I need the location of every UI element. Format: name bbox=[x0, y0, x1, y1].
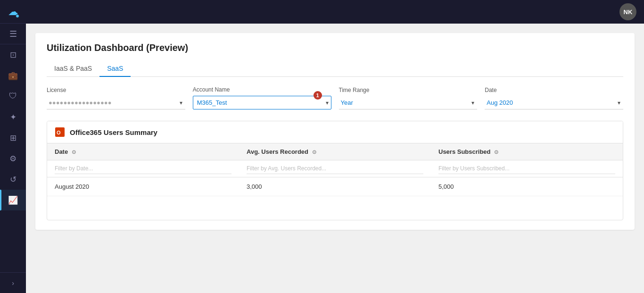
tab-saas[interactable]: SaaS bbox=[99, 61, 131, 77]
date-filter-group: Date Aug 2020 bbox=[485, 87, 623, 109]
sidebar-item-history[interactable]: ↺ bbox=[0, 169, 26, 190]
license-select-wrapper: ●●●●●●●●●●●●●●●●● bbox=[47, 96, 185, 109]
table-header-row: Date ⊙ Avg. Users Recorded ⊙ Users Subsc… bbox=[47, 143, 623, 160]
time-range-filter-group: Time Range Year bbox=[339, 87, 478, 109]
users-subscribed-filter-input[interactable] bbox=[438, 163, 615, 174]
menu-toggle-icon[interactable]: ☰ bbox=[0, 24, 26, 44]
main-card: Utilization Dashboard (Preview) IaaS & P… bbox=[35, 33, 635, 230]
filters-row: License ●●●●●●●●●●●●●●●●● Account Name bbox=[47, 86, 623, 109]
date-filter-input[interactable] bbox=[55, 163, 231, 174]
row-users-subscribed: 5,000 bbox=[431, 177, 623, 196]
sidebar-item-dashboard[interactable]: ⊡ bbox=[0, 44, 26, 65]
dashboard-icon: ⊡ bbox=[10, 50, 17, 60]
account-name-badge: 1 bbox=[314, 91, 322, 100]
shield-icon: 🛡 bbox=[9, 92, 17, 101]
date-select[interactable]: Aug 2020 bbox=[485, 96, 623, 109]
license-select[interactable]: ●●●●●●●●●●●●●●●●● bbox=[47, 96, 185, 109]
chevron-right-icon: › bbox=[12, 279, 14, 287]
sidebar-item-briefcase[interactable]: 💼 bbox=[0, 65, 26, 86]
tabs: IaaS & PaaS SaaS bbox=[47, 61, 623, 77]
account-name-filter-group: Account Name M365_Test 1 bbox=[193, 86, 331, 109]
col-users-subscribed: Users Subscribed ⊙ bbox=[431, 143, 623, 160]
analytics-icon: 📈 bbox=[8, 195, 18, 205]
col-date: Date ⊙ bbox=[47, 143, 239, 160]
col-avg-users: Avg. Users Recorded ⊙ bbox=[239, 143, 431, 160]
date-sort-icon[interactable]: ⊙ bbox=[72, 149, 76, 155]
sidebar-item-shield[interactable]: 🛡 bbox=[0, 86, 26, 107]
sidebar-item-settings[interactable]: ⚙ bbox=[0, 148, 26, 169]
svg-text:O: O bbox=[57, 130, 61, 135]
app-logo: ☁ bbox=[8, 6, 18, 18]
sidebar-nav: ⊡ 💼 🛡 ✦ ⊞ ⚙ ↺ 📈 bbox=[0, 44, 26, 272]
table-empty-row bbox=[47, 196, 623, 220]
row-date: August 2020 bbox=[47, 177, 239, 196]
time-range-label: Time Range bbox=[339, 87, 478, 93]
summary-title: Office365 Users Summary bbox=[70, 128, 157, 136]
summary-section: O Office365 Users Summary Date ⊙ bbox=[47, 121, 623, 220]
table-row: August 2020 3,000 5,000 bbox=[47, 177, 623, 196]
avg-users-filter-input[interactable] bbox=[247, 163, 423, 174]
avatar[interactable]: NK bbox=[619, 3, 636, 20]
date-select-wrapper: Aug 2020 bbox=[485, 96, 623, 109]
bank-icon: ⊞ bbox=[10, 133, 17, 143]
license-filter-group: License ●●●●●●●●●●●●●●●●● bbox=[47, 87, 185, 109]
account-name-select[interactable]: M365_Test bbox=[193, 96, 331, 109]
table-filter-row bbox=[47, 160, 623, 177]
sidebar-item-bank[interactable]: ⊞ bbox=[0, 127, 26, 148]
time-range-select[interactable]: Year bbox=[339, 96, 478, 109]
sidebar-item-analytics[interactable]: 📈 bbox=[0, 190, 26, 210]
topbar: NK bbox=[26, 0, 644, 24]
settings-icon: ⚙ bbox=[9, 154, 17, 164]
summary-table: Date ⊙ Avg. Users Recorded ⊙ Users Subsc… bbox=[47, 143, 623, 220]
time-range-select-wrapper: Year bbox=[339, 96, 478, 109]
page-title: Utilization Dashboard (Preview) bbox=[47, 42, 623, 53]
sidebar-expand-button[interactable]: › bbox=[0, 272, 26, 293]
users-subscribed-sort-icon[interactable]: ⊙ bbox=[494, 149, 498, 155]
row-avg-users: 3,000 bbox=[239, 177, 431, 196]
license-label: License bbox=[47, 87, 185, 93]
account-name-select-wrapper: M365_Test 1 bbox=[193, 96, 331, 109]
avg-users-sort-icon[interactable]: ⊙ bbox=[312, 149, 316, 155]
o365-icon: O bbox=[55, 127, 65, 137]
sidebar-item-tools[interactable]: ✦ bbox=[0, 107, 26, 127]
content-area: Utilization Dashboard (Preview) IaaS & P… bbox=[26, 24, 644, 293]
date-label: Date bbox=[485, 87, 623, 93]
history-icon: ↺ bbox=[10, 175, 17, 184]
sidebar: ☁ ☰ ⊡ 💼 🛡 ✦ ⊞ ⚙ bbox=[0, 0, 26, 293]
account-name-label: Account Name bbox=[193, 86, 331, 93]
summary-header: O Office365 Users Summary bbox=[47, 121, 623, 143]
tools-icon: ✦ bbox=[10, 112, 17, 122]
tab-iaas-paas[interactable]: IaaS & PaaS bbox=[47, 61, 99, 77]
briefcase-icon: 💼 bbox=[8, 71, 18, 81]
